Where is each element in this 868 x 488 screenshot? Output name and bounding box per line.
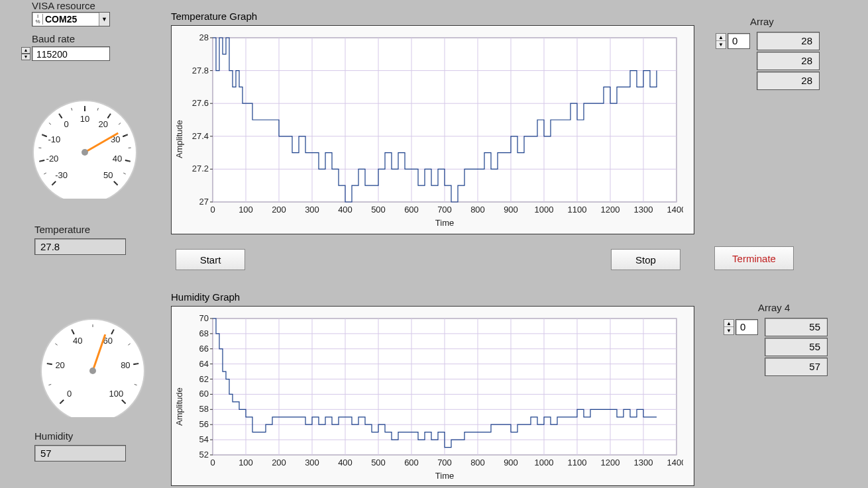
svg-text:1300: 1300 xyxy=(634,205,653,215)
array-label: Array xyxy=(750,16,774,27)
svg-text:1300: 1300 xyxy=(634,458,653,467)
start-button[interactable]: Start xyxy=(176,249,245,270)
svg-text:80: 80 xyxy=(121,360,130,370)
svg-text:600: 600 xyxy=(404,458,419,467)
baud-rate-spinner[interactable]: ▲ ▼ xyxy=(21,47,30,60)
svg-text:1000: 1000 xyxy=(535,458,554,467)
svg-text:27.4: 27.4 xyxy=(192,131,209,141)
array-index-spinner[interactable]: ▲ ▼ xyxy=(716,33,726,49)
svg-line-53 xyxy=(47,364,50,364)
svg-text:56: 56 xyxy=(199,419,209,429)
svg-text:20: 20 xyxy=(99,119,108,129)
temperature-graph-ylabel: Amplitude xyxy=(174,120,184,158)
svg-text:66: 66 xyxy=(199,344,209,354)
svg-text:100: 100 xyxy=(239,458,253,467)
svg-text:0: 0 xyxy=(64,119,69,129)
svg-text:0: 0 xyxy=(210,205,215,215)
svg-text:52: 52 xyxy=(199,450,209,460)
baud-rate-label: Baud rate xyxy=(32,33,75,44)
chevron-down-icon[interactable]: ▼ xyxy=(99,13,109,26)
humidity-readout: 57 xyxy=(34,445,126,462)
svg-text:68: 68 xyxy=(199,328,209,338)
stop-button[interactable]: Stop xyxy=(611,249,680,270)
svg-text:27.2: 27.2 xyxy=(192,164,209,173)
svg-text:27.8: 27.8 xyxy=(192,66,209,75)
svg-text:500: 500 xyxy=(371,458,386,467)
svg-text:Time: Time xyxy=(435,471,454,481)
array4-index-input[interactable]: 0 xyxy=(735,319,758,335)
svg-text:400: 400 xyxy=(338,458,353,467)
temperature-gauge: -30-20-1001020304050 xyxy=(32,93,138,199)
svg-text:70: 70 xyxy=(199,315,209,323)
array-cell: 28 xyxy=(757,52,820,70)
array4-cell: 55 xyxy=(765,318,828,336)
array-cell: 28 xyxy=(757,32,820,50)
svg-text:54: 54 xyxy=(199,434,209,444)
svg-text:600: 600 xyxy=(404,205,419,215)
temperature-readout: 27.8 xyxy=(34,238,126,255)
svg-line-59 xyxy=(136,364,138,364)
array-cell: 28 xyxy=(757,72,820,90)
array4-cell: 57 xyxy=(765,358,828,376)
array-index-input[interactable]: 0 xyxy=(728,33,750,49)
svg-text:1100: 1100 xyxy=(568,205,587,215)
svg-text:Time: Time xyxy=(435,218,454,228)
svg-text:-10: -10 xyxy=(48,134,60,144)
array4-cell: 55 xyxy=(765,338,828,356)
svg-point-63 xyxy=(89,367,96,374)
spin-down-icon[interactable]: ▼ xyxy=(724,327,733,334)
svg-text:900: 900 xyxy=(504,205,518,215)
svg-text:300: 300 xyxy=(305,458,319,467)
svg-text:200: 200 xyxy=(272,458,286,467)
svg-text:500: 500 xyxy=(371,205,386,215)
spin-up-icon[interactable]: ▲ xyxy=(724,320,733,327)
svg-text:800: 800 xyxy=(470,205,485,215)
svg-text:20: 20 xyxy=(55,360,64,370)
svg-text:27.6: 27.6 xyxy=(192,98,209,108)
svg-text:1000: 1000 xyxy=(535,205,554,215)
svg-text:28: 28 xyxy=(199,34,209,42)
svg-text:800: 800 xyxy=(470,458,485,467)
baud-rate-input[interactable]: 115200 xyxy=(32,46,110,61)
io-icon: I% xyxy=(35,14,43,24)
svg-point-37 xyxy=(81,149,88,156)
spin-down-icon[interactable]: ▼ xyxy=(21,54,30,60)
svg-text:100: 100 xyxy=(109,389,124,399)
visa-resource-dropdown[interactable]: I% COM25 ▼ xyxy=(32,12,110,26)
svg-text:0: 0 xyxy=(210,458,215,467)
spin-down-icon[interactable]: ▼ xyxy=(716,41,726,48)
svg-text:1100: 1100 xyxy=(568,458,587,467)
humidity-graph-title: Humidity Graph xyxy=(171,291,240,303)
svg-text:900: 900 xyxy=(504,458,518,467)
svg-text:700: 700 xyxy=(437,458,452,467)
humidity-gauge: 020406080100 xyxy=(40,311,146,417)
spin-up-icon[interactable]: ▲ xyxy=(21,47,30,54)
svg-text:1400: 1400 xyxy=(667,205,683,215)
humidity-graph-ylabel: Amplitude xyxy=(174,387,184,426)
svg-text:27: 27 xyxy=(199,197,209,207)
svg-text:300: 300 xyxy=(305,205,319,215)
visa-resource-value: COM25 xyxy=(45,14,99,24)
svg-text:50: 50 xyxy=(103,170,113,180)
svg-text:60: 60 xyxy=(199,389,209,399)
svg-text:0: 0 xyxy=(67,389,72,399)
terminate-button[interactable]: Terminate xyxy=(714,246,794,270)
svg-text:40: 40 xyxy=(113,154,122,164)
array4-label: Array 4 xyxy=(758,302,790,313)
spin-up-icon[interactable]: ▲ xyxy=(716,34,726,41)
svg-text:200: 200 xyxy=(272,205,286,215)
visa-resource-label: VISA resource xyxy=(32,0,95,11)
svg-text:-30: -30 xyxy=(55,170,68,180)
array4-index-spinner[interactable]: ▲ ▼ xyxy=(724,319,734,335)
svg-text:400: 400 xyxy=(338,205,353,215)
svg-text:62: 62 xyxy=(199,374,209,384)
temperature-graph-title: Temperature Graph xyxy=(171,11,257,22)
svg-text:1400: 1400 xyxy=(667,458,683,467)
humidity-graph: Amplitude 010020030040050060070080090010… xyxy=(171,306,694,486)
temperature-label: Temperature xyxy=(34,224,90,235)
svg-text:700: 700 xyxy=(437,205,452,215)
humidity-label: Humidity xyxy=(34,430,73,442)
svg-text:64: 64 xyxy=(199,359,209,369)
svg-text:1200: 1200 xyxy=(601,205,620,215)
svg-text:100: 100 xyxy=(239,205,253,215)
